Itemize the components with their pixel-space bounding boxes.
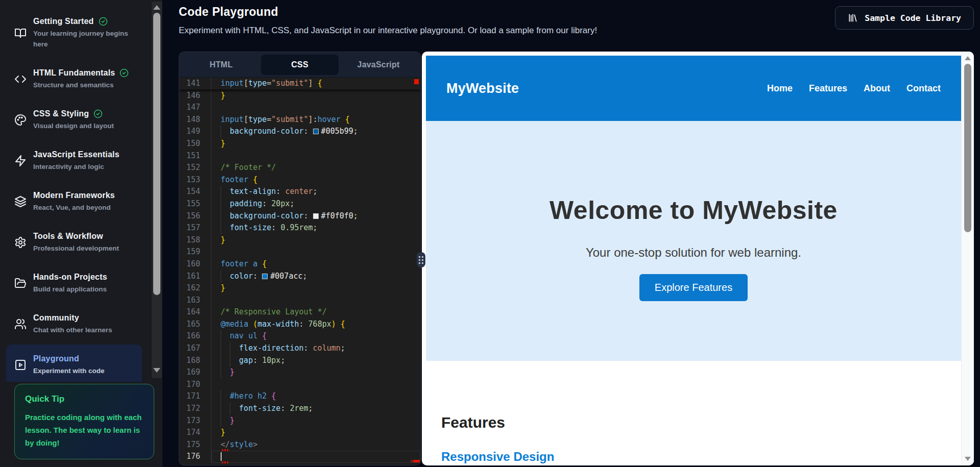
folder-open-icon [14,277,27,289]
scroll-down-arrow-icon[interactable] [153,368,160,373]
sidebar-item-getting-started[interactable]: Getting StartedYour learning journey beg… [6,7,142,59]
code-line[interactable]: 176 [179,451,420,463]
scroll-up-arrow-icon[interactable] [965,56,971,60]
line-number: 172 [179,403,211,415]
sidebar-item-modern-frameworks[interactable]: Modern FrameworksReact, Vue, and beyond [6,181,142,222]
sidebar-item-subtitle: Your learning journey begins here [33,28,133,50]
line-number: 171 [179,390,211,403]
code-line[interactable]: 163 [179,294,420,307]
sidebar: Getting StartedYour learning journey beg… [0,0,162,467]
code-line[interactable]: 164/* Responsive Layout */ [179,306,420,318]
code-line-content [211,102,420,114]
line-number: 162 [179,282,211,294]
line-number: 169 [179,366,211,379]
preview-nav-link-about[interactable]: About [864,83,890,94]
code-line[interactable]: 149 background-color: #005b99; [179,126,420,138]
code-line[interactable]: 146} [179,90,420,102]
code-line[interactable]: 173 } [179,415,420,427]
sample-code-library-label: Sample Code Library [865,13,961,23]
error-marker-bottom [411,460,420,462]
code-line-content [211,150,420,162]
scroll-down-arrow-icon[interactable] [965,457,971,461]
code-line[interactable]: 158} [179,234,420,247]
code-line-content: gap: 10px; [211,355,420,367]
code-line[interactable]: 167 flex-direction: column; [179,342,420,355]
code-line[interactable]: 152/* Footer */ [179,162,420,174]
line-number: 151 [179,150,211,162]
code-line-content: text-align: center; [211,186,420,198]
play-square-icon [14,359,27,371]
code-editor[interactable]: 141input[type="submit"] {146}147148input… [179,78,420,465]
code-line-content: color: #007acc; [211,271,420,283]
code-editor-panel: HTMLCSSJavaScript 141input[type="submit"… [179,52,421,465]
code-line[interactable]: 169 } [179,366,420,379]
code-line[interactable]: 160footer a { [179,258,420,271]
library-icon [848,13,858,23]
preview-scrollbar-thumb[interactable] [964,64,971,232]
sidebar-item-javascript-essentials[interactable]: JavaScript EssentialsInteractivity and l… [6,140,142,181]
code-line[interactable]: 154 text-align: center; [179,186,420,198]
code-line[interactable]: 174} [179,427,420,439]
preview-nav-link-home[interactable]: Home [767,83,793,94]
code-line[interactable]: 155 padding: 20px; [179,198,420,210]
sample-code-library-button[interactable]: Sample Code Library [835,6,974,30]
sidebar-item-css-styling[interactable]: CSS & StylingVisual design and layout [6,100,142,140]
preview-nav-link-features[interactable]: Features [809,83,847,94]
code-line[interactable]: 153footer { [179,174,420,186]
app-window: Getting StartedYour learning journey beg… [0,0,980,467]
line-number: 160 [179,258,211,271]
code-line[interactable]: 156 background-color: #f0f0f0; [179,210,420,223]
code-line[interactable]: 157 font-size: 0.95rem; [179,222,420,234]
code-line[interactable]: 168 gap: 10px; [179,355,420,367]
sidebar-item-tools-workflow[interactable]: Tools & WorkflowProfessional development [6,222,142,263]
code-line[interactable]: 151 [179,150,420,162]
code-line[interactable]: 162} [179,282,420,294]
sidebar-item-community[interactable]: CommunityChat with other learners [6,304,142,345]
tab-css[interactable]: CSS [261,55,339,75]
tab-html[interactable]: HTML [182,55,260,75]
error-squiggle [221,449,228,451]
line-number: 164 [179,306,211,318]
code-line[interactable]: 175</style> [179,439,420,451]
pane-resize-handle[interactable] [417,252,425,267]
code-line[interactable]: 170 [179,379,420,391]
sidebar-scrollbar[interactable] [152,2,162,378]
line-number: 166 [179,330,211,342]
code-line[interactable]: 172 font-size: 2rem; [179,403,420,415]
sidebar-scrollbar-thumb[interactable] [153,13,160,295]
scroll-up-arrow-icon[interactable] [153,5,160,10]
explore-features-button[interactable]: Explore Features [639,274,748,301]
line-number: 161 [179,271,211,283]
line-number: 141 [179,78,211,89]
preview-features-heading: Features [441,414,961,431]
code-line[interactable]: 165@media (max-width: 768px) { [179,318,420,331]
code-line-content: padding: 20px; [211,198,420,210]
code-line-content: nav ul { [211,330,420,342]
code-line[interactable]: 159 [179,246,420,258]
code-line[interactable]: 147 [179,102,420,114]
sticky-code-line[interactable]: 141input[type="submit"] { [179,78,420,90]
sidebar-item-hands-on-projects[interactable]: Hands-on ProjectsBuild real applications [6,263,142,304]
code-line[interactable]: 166 nav ul { [179,330,420,342]
line-number: 158 [179,234,211,247]
preview-page: MyWebsite HomeFeaturesAboutContact Welco… [422,52,961,465]
code-line[interactable]: 148input[type="submit"]:hover { [179,114,420,126]
code-line-content: background-color: #005b99; [211,126,420,138]
live-preview-panel: MyWebsite HomeFeaturesAboutContact Welco… [422,52,974,465]
line-number: 157 [179,222,211,234]
sidebar-item-playground[interactable]: PlaygroundExperiment with code [6,345,142,382]
error-marker-top [414,79,419,84]
code-line[interactable]: 150} [179,138,420,150]
code-line[interactable]: 161 color: #007acc; [179,271,420,283]
users-icon [14,318,27,330]
code-line[interactable]: 171 #hero h2 { [179,390,420,403]
preview-feature-link[interactable]: Responsive Design [441,450,961,464]
preview-scrollbar[interactable] [961,52,974,465]
tab-javascript[interactable]: JavaScript [340,55,417,75]
line-number: 165 [179,318,211,331]
sidebar-item-html-fundamentals[interactable]: HTML FundamentalsStructure and semantics [6,59,142,100]
preview-nav-link-contact[interactable]: Contact [906,83,941,94]
line-number: 146 [179,90,211,102]
line-number: 170 [179,379,211,391]
line-number: 159 [179,246,211,258]
